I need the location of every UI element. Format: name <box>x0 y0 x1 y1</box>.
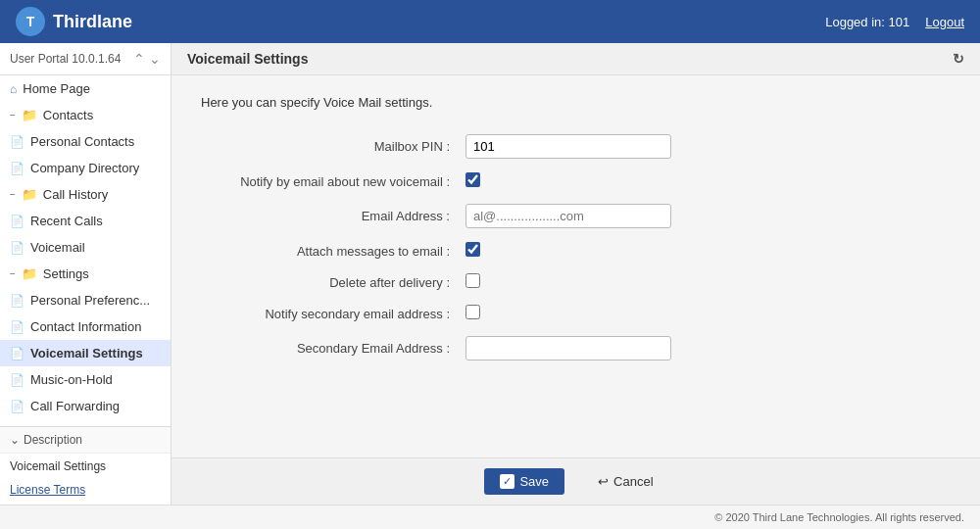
description-toggle[interactable]: ⌄ Description <box>10 433 161 447</box>
delete-after-label: Delete after delivery : <box>201 266 456 298</box>
folder-icon: 📁 <box>22 108 37 122</box>
secondary-email-input[interactable] <box>466 336 671 361</box>
sidebar-item-company-directory[interactable]: 📄 Company Directory <box>0 155 171 181</box>
sidebar: User Portal 10.0.1.64 ⌃ ⌄ ⌂ Home Page − … <box>0 43 172 505</box>
mailbox-pin-input[interactable] <box>466 134 671 159</box>
cancel-button[interactable]: ↩ Cancel <box>584 468 666 495</box>
sidebar-item-label: Contact Information <box>30 319 141 334</box>
sidebar-nav: ⌂ Home Page − 📁 Contacts 📄 Personal Cont… <box>0 75 171 426</box>
page-icon: 📄 <box>10 373 24 387</box>
voicemail-settings-form: Mailbox PIN : Notify by email about new … <box>201 127 951 367</box>
form-row-mailbox-pin: Mailbox PIN : <box>201 127 951 166</box>
sidebar-item-contact-information[interactable]: 📄 Contact Information <box>0 313 171 340</box>
sidebar-item-personal-preferences[interactable]: 📄 Personal Preferenc... <box>0 287 171 313</box>
notify-secondary-label: Notify secondary email address : <box>201 298 456 329</box>
topbar: T Thirdlane Logged in: 101 Logout <box>0 0 980 43</box>
sidebar-item-voicemail-settings[interactable]: 📄 Voicemail Settings <box>0 340 171 366</box>
form-row-notify-email: Notify by email about new voicemail : <box>201 166 951 197</box>
form-row-attach-messages: Attach messages to email : <box>201 235 951 266</box>
notify-email-value-cell <box>456 166 951 197</box>
logged-in-label: Logged in: 101 <box>825 15 909 29</box>
content-footer: ✓ Save ↩ Cancel <box>172 457 980 505</box>
mailbox-pin-label: Mailbox PIN : <box>201 127 456 166</box>
sidebar-item-label: Call Forwarding <box>30 399 120 413</box>
sidebar-item-home[interactable]: ⌂ Home Page <box>0 75 171 102</box>
save-button[interactable]: ✓ Save <box>484 468 564 495</box>
refresh-icon[interactable]: ↻ <box>953 51 964 67</box>
sidebar-item-label: Settings <box>43 266 89 281</box>
email-address-input[interactable] <box>466 204 671 228</box>
main-layout: User Portal 10.0.1.64 ⌃ ⌄ ⌂ Home Page − … <box>0 43 980 505</box>
attach-messages-checkbox[interactable] <box>466 242 480 257</box>
page-title: Voicemail Settings <box>187 51 308 67</box>
email-address-label: Email Address : <box>201 197 456 235</box>
copyright-text: © 2020 Third Lane Technologies. All righ… <box>714 511 964 523</box>
sidebar-item-recent-calls[interactable]: 📄 Recent Calls <box>0 208 171 234</box>
email-address-value-cell <box>456 197 951 235</box>
sidebar-item-label: Personal Contacts <box>30 134 134 149</box>
sidebar-item-contacts[interactable]: − 📁 Contacts <box>0 102 171 128</box>
sidebar-item-label: Recent Calls <box>30 214 103 228</box>
sidebar-item-label: Home Page <box>23 81 90 96</box>
expand-icon[interactable]: ⌄ <box>149 51 161 67</box>
sidebar-item-label: Voicemail <box>30 240 85 255</box>
sidebar-item-label: Voicemail Settings <box>30 346 143 361</box>
sidebar-item-label: Company Directory <box>30 161 139 175</box>
save-checkbox-icon: ✓ <box>500 474 514 489</box>
delete-after-value-cell <box>456 266 951 298</box>
sidebar-header-icons: ⌃ ⌄ <box>133 51 161 67</box>
attach-messages-value-cell <box>456 235 951 266</box>
notify-email-label: Notify by email about new voicemail : <box>201 166 456 197</box>
sidebar-item-settings[interactable]: − 📁 Settings <box>0 261 171 287</box>
notify-secondary-checkbox[interactable] <box>466 305 480 319</box>
license-terms-link[interactable]: License Terms <box>0 479 171 505</box>
folder-icon: 📁 <box>22 187 37 202</box>
sidebar-item-label: Personal Preferenc... <box>30 293 150 308</box>
sidebar-item-label: Contacts <box>43 108 93 122</box>
app-name: Thirdlane <box>53 12 132 32</box>
chevron-down-icon: ⌄ <box>10 433 20 447</box>
page-icon: 📄 <box>10 294 24 308</box>
content-body: Here you can specify Voice Mail settings… <box>172 75 980 457</box>
sidebar-item-call-screening[interactable]: 📄 Call Screening <box>0 419 171 426</box>
portal-version: User Portal 10.0.1.64 <box>10 52 121 66</box>
sidebar-item-call-forwarding[interactable]: 📄 Call Forwarding <box>0 393 171 419</box>
logo-icon: T <box>16 7 45 36</box>
description-panel: ⌄ Description <box>0 426 171 453</box>
minus-icon: − <box>10 268 16 279</box>
sidebar-item-music-on-hold[interactable]: 📄 Music-on-Hold <box>0 366 171 393</box>
content-area: Voicemail Settings ↻ Here you can specif… <box>172 43 980 505</box>
form-row-notify-secondary: Notify secondary email address : <box>201 298 951 329</box>
logout-link[interactable]: Logout <box>925 15 964 29</box>
page-icon: 📄 <box>10 347 24 361</box>
sidebar-header: User Portal 10.0.1.64 ⌃ ⌄ <box>0 43 171 75</box>
folder-icon: 📁 <box>22 266 37 281</box>
content-header: Voicemail Settings ↻ <box>172 43 980 75</box>
form-row-email-address: Email Address : <box>201 197 951 235</box>
sidebar-item-voicemail[interactable]: 📄 Voicemail <box>0 234 171 261</box>
minus-icon: − <box>10 189 16 200</box>
form-row-delete-after: Delete after delivery : <box>201 266 951 298</box>
delete-after-checkbox[interactable] <box>466 273 480 288</box>
app-logo: T Thirdlane <box>16 7 132 36</box>
page-icon: 📄 <box>10 320 24 334</box>
page-icon: 📄 <box>10 241 24 255</box>
page-icon: 📄 <box>10 215 24 228</box>
content-description: Here you can specify Voice Mail settings… <box>201 95 951 110</box>
secondary-email-label: Secondary Email Address : <box>201 329 456 367</box>
sidebar-item-personal-contacts[interactable]: 📄 Personal Contacts <box>0 128 171 155</box>
topbar-right: Logged in: 101 Logout <box>825 15 964 29</box>
description-label: Description <box>24 433 82 447</box>
minus-icon: − <box>10 110 16 120</box>
page-icon: 📄 <box>10 162 24 175</box>
secondary-email-value-cell <box>456 329 951 367</box>
collapse-icon[interactable]: ⌃ <box>133 51 145 67</box>
sidebar-item-call-history[interactable]: − 📁 Call History <box>0 181 171 208</box>
sidebar-item-label: Call History <box>43 187 108 202</box>
form-row-secondary-email: Secondary Email Address : <box>201 329 951 367</box>
page-icon: 📄 <box>10 135 24 149</box>
notify-email-checkbox[interactable] <box>466 172 480 187</box>
site-footer: © 2020 Third Lane Technologies. All righ… <box>0 505 980 529</box>
home-icon: ⌂ <box>10 82 17 96</box>
mailbox-pin-value-cell <box>456 127 951 166</box>
